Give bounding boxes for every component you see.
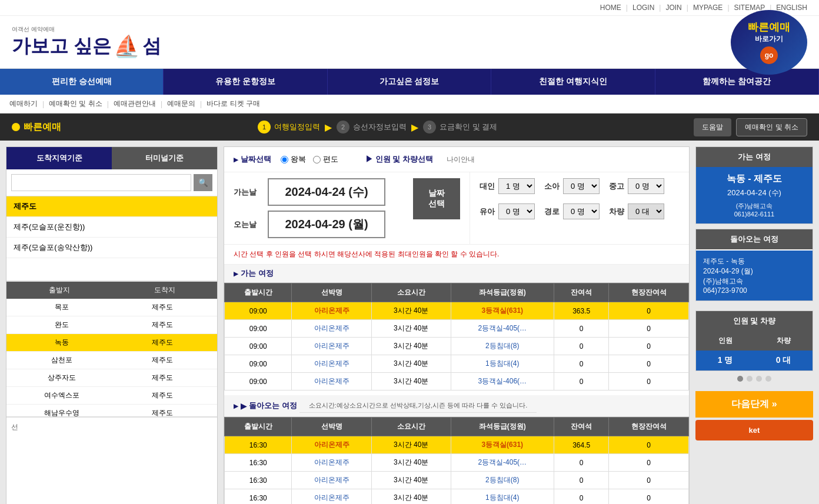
next-step-button[interactable]: 다음단계 » <box>695 391 813 418</box>
return-ship-link[interactable]: 아리온제주 <box>314 476 349 484</box>
return-class-link[interactable]: 2등침대(8) <box>485 476 519 484</box>
confirm-cancel-button[interactable]: 예매확인 및 취소 <box>736 118 807 136</box>
subnav-confirm[interactable]: 예매확인 및 취소 <box>49 99 102 109</box>
pax-junior-select[interactable]: 0 명 <box>628 178 664 194</box>
nav-booking[interactable]: 편리한 승선예매 <box>0 69 164 95</box>
tab-terminal[interactable]: 터미널기준 <box>112 147 217 169</box>
nav-travel[interactable]: 친절한 여행지식인 <box>491 69 655 95</box>
sep4: | <box>727 4 729 12</box>
step-arrow-2: ▶ <box>411 122 418 133</box>
pax-senior-select[interactable]: 0 명 <box>563 203 600 219</box>
pax-car-select[interactable]: 0 대 <box>628 203 664 219</box>
age-guide[interactable]: 나이안내 <box>447 155 475 163</box>
go-cell-remain: 0 <box>554 355 609 373</box>
route-header-from: 출발지 <box>6 282 112 299</box>
go-class-link[interactable]: 3등객실-406(… <box>478 377 527 385</box>
go-cell-time: 09:00 <box>225 355 292 373</box>
route-samcheonpo-jeju[interactable]: 삼천포 제주도 <box>6 352 217 369</box>
tab-destination[interactable]: 도착지역기준 <box>6 147 112 169</box>
go-class-link[interactable]: 1등침대(4) <box>485 359 519 368</box>
radio-oneway[interactable]: 편도 <box>313 154 338 165</box>
go-ship-link[interactable]: 아리온제주 <box>314 342 349 350</box>
route-mokpo-jeju[interactable]: 목포 제주도 <box>6 299 217 316</box>
go-date-label: 가는날 <box>234 187 263 198</box>
radio-roundtrip[interactable]: 왕복 <box>281 154 306 165</box>
return-cell-remain: 0 <box>554 454 609 472</box>
go-class-link[interactable]: 3등객실(631) <box>481 306 523 315</box>
sep2: | <box>659 4 661 12</box>
return-ship-link[interactable]: 아리온제주 <box>314 458 349 466</box>
quick-book-label: 빠른예매 <box>748 20 790 34</box>
left-bottom-note: 선 <box>6 416 217 437</box>
subnav-ticket[interactable]: 바다로 티켓 구매 <box>207 99 260 109</box>
return-cell-field: 0 <box>609 489 689 505</box>
route-wando-jeju[interactable]: 완도 제주도 <box>6 316 217 334</box>
go-ship-link[interactable]: 아리온제주 <box>314 306 349 315</box>
route-sangjuado-jeju[interactable]: 상주자도 제주도 <box>6 369 217 387</box>
nav-islands[interactable]: 가고싶은 섬정보 <box>328 69 491 95</box>
go-ship-link[interactable]: 아리온제주 <box>314 359 349 368</box>
return-ship-link[interactable]: 아리온제주 <box>314 440 349 449</box>
search-button[interactable]: 🔍 <box>194 174 212 191</box>
nav-home[interactable]: HOME <box>600 4 621 12</box>
dest-jeju-mosulpo-unjin[interactable]: 제주(모슬포(운진항)) <box>6 217 217 238</box>
go-cell-duration: 3시간 40분 <box>372 302 451 320</box>
return-ship-link[interactable]: 아리온제주 <box>314 493 349 502</box>
go-class-link[interactable]: 2등객실-405(… <box>478 324 527 332</box>
radio-oneway-input[interactable] <box>313 156 321 163</box>
route-haenam-jeju[interactable]: 해남우수영 제주도 <box>6 405 217 416</box>
subnav-book[interactable]: 예매하기 <box>9 99 38 109</box>
nav-schedules[interactable]: 유용한 운항정보 <box>164 69 327 95</box>
go-table-row[interactable]: 09:00 아리온제주 3시간 40분 3등객실-406(… 0 0 <box>225 373 689 390</box>
quick-book-button[interactable]: 빠른예매 바로가기 go <box>731 10 807 75</box>
return-table-row[interactable]: 16:30 아리온제주 3시간 40분 3등객실(631) 364.5 0 <box>225 436 689 454</box>
go-ship-link[interactable]: 아리온제주 <box>314 377 349 385</box>
dest-jeju-mosulpo-songak[interactable]: 제주(모슬포(송악산항)) <box>6 238 217 258</box>
go-table-head: 출발시간 선박명 소요시간 좌석등급(정원) 잔여석 현장잔여석 <box>225 283 689 302</box>
pax-adult-select[interactable]: 1 명 <box>498 178 535 194</box>
date-select-button[interactable]: 날짜선택 <box>413 178 460 219</box>
subnav-guide[interactable]: 예매관련안내 <box>114 99 156 109</box>
top-right: 빠른예매 바로가기 go <box>731 10 807 75</box>
nav-login[interactable]: LOGIN <box>632 4 654 12</box>
dest-jeju[interactable]: 제주도 <box>6 196 217 217</box>
go-table-row[interactable]: 09:00 아리온제주 3시간 40분 3등객실(631) 363.5 0 <box>225 302 689 320</box>
nav-join[interactable]: JOIN <box>665 4 681 12</box>
return-date-value[interactable]: 2024-04-29 (월) <box>268 211 385 238</box>
quick-book-go[interactable]: go <box>760 46 778 64</box>
go-cell-time: 09:00 <box>225 373 292 390</box>
step-3-num: 3 <box>423 121 436 133</box>
go-ship-link[interactable]: 아리온제주 <box>314 324 349 332</box>
return-table-row[interactable]: 16:30 아리온제주 3시간 40분 1등침대(4) 0 0 <box>225 489 689 505</box>
go-table-row[interactable]: 09:00 아리온제주 3시간 40분 1등침대(4) 0 0 <box>225 355 689 373</box>
return-class-link[interactable]: 1등침대(4) <box>485 493 519 502</box>
go-date-value[interactable]: 2024-04-24 (수) <box>268 178 385 206</box>
route-nokdong-jeju[interactable]: 녹동 제주도 <box>6 334 217 352</box>
going-phone: 061)842-6111 <box>703 211 805 218</box>
return-table-row[interactable]: 16:30 아리온제주 3시간 40분 2등침대(8) 0 0 <box>225 472 689 489</box>
nav-mypage[interactable]: MYPAGE <box>693 4 723 12</box>
nav-community[interactable]: 함께하는 참여공간 <box>655 69 819 95</box>
go-table-row[interactable]: 09:00 아리온제주 3시간 40분 2등객실-405(… 0 0 <box>225 320 689 338</box>
destination-search-input[interactable] <box>11 174 191 191</box>
route-yeosu-jeju[interactable]: 여수엑스포 제주도 <box>6 387 217 405</box>
return-table-row[interactable]: 16:30 아리온제주 3시간 40분 2등객실-405(… 0 0 <box>225 454 689 472</box>
ticket-button[interactable]: ket <box>695 420 813 440</box>
subnav-inquiry[interactable]: 예매문의 <box>167 99 195 109</box>
pax-section-title: ▶ 인원 및 차량선택 <box>365 155 433 163</box>
return-route: 제주도 - 녹동 <box>703 256 805 266</box>
return-class-link[interactable]: 3등객실(631) <box>481 440 523 449</box>
return-col-remain: 잔여석 <box>554 418 609 436</box>
pax-infant-select[interactable]: 0 명 <box>498 203 535 219</box>
pax-child-select[interactable]: 0 명 <box>563 178 600 194</box>
radio-roundtrip-input[interactable] <box>281 156 288 163</box>
return-class-link[interactable]: 2등객실-405(… <box>478 458 527 466</box>
go-table-row[interactable]: 09:00 아리온제주 3시간 40분 2등침대(8) 0 0 <box>225 338 689 355</box>
main-navigation: 편리한 승선예매 유용한 운항정보 가고싶은 섬정보 친절한 여행지식인 함께하… <box>0 69 819 95</box>
logo-main: 가보고 싶은 ⛵ 섬 <box>12 34 161 59</box>
help-button[interactable]: 도움말 <box>694 118 731 136</box>
go-class-link[interactable]: 2등침대(8) <box>485 342 519 350</box>
step-title-text: 빠른예매 <box>24 121 61 133</box>
pax-car-label: 차량 <box>609 206 624 217</box>
return-col-time: 출발시간 <box>225 418 292 436</box>
